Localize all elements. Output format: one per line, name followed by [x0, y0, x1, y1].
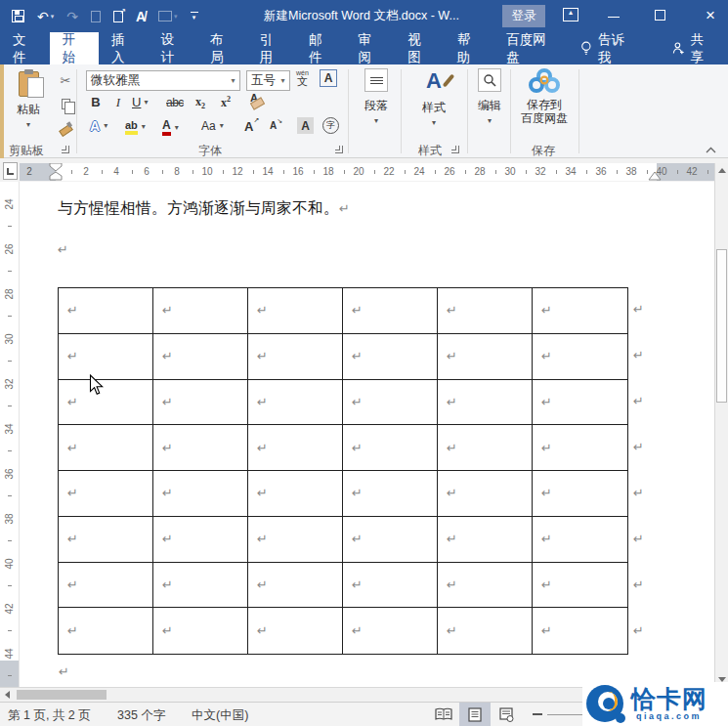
character-border-button[interactable]: A [320, 69, 337, 87]
web-layout-button[interactable] [491, 703, 522, 726]
horizontal-scroll-thumb[interactable] [17, 690, 107, 700]
table-cell[interactable]: ↵ [438, 608, 533, 654]
tab-mailings[interactable]: 邮件 [296, 32, 346, 64]
tab-baidu-netdisk[interactable]: 百度网盘 [493, 32, 567, 64]
vertical-scrollbar[interactable] [714, 163, 728, 687]
new-document-icon[interactable]: ↗ [113, 11, 123, 22]
cut-button[interactable]: ✂ [55, 70, 76, 90]
table-cell[interactable]: ↵ [343, 334, 438, 380]
close-button[interactable]: × [700, 5, 721, 26]
tab-selector[interactable] [3, 162, 18, 180]
paragraph-button[interactable]: 段落 ▾ [354, 68, 399, 125]
table-cell[interactable]: ↵ [59, 334, 153, 380]
table-cell[interactable]: ↵ [343, 517, 438, 563]
table-cell[interactable]: ↵ [343, 471, 438, 517]
document-area[interactable]: 与方惺惺相惜。方鸿渐逐渐与周家不和。↵ ↵ ↵↵↵↵↵↵↵↵↵↵↵↵↵↵↵↵↵↵… [21, 182, 714, 687]
strikethrough-button[interactable]: abc [166, 96, 184, 109]
customize-toolbar-icon[interactable]: ▾ [191, 12, 198, 21]
table-cell[interactable]: ↵ [153, 334, 248, 380]
tab-file[interactable]: 文件 [0, 32, 50, 64]
font-name-combobox[interactable]: 微软雅黑▾ [86, 70, 240, 91]
table-cell[interactable]: ↵ [533, 334, 627, 380]
table-cell[interactable]: ↵ [59, 608, 153, 654]
document-table[interactable]: ↵↵↵↵↵↵↵↵↵↵↵↵↵↵↵↵↵↵↵↵↵↵↵↵↵↵↵↵↵↵↵↵↵↵↵↵↵↵↵↵… [58, 287, 628, 655]
table-cell[interactable]: ↵ [248, 608, 343, 654]
read-mode-button[interactable] [428, 703, 459, 726]
editing-button[interactable]: 编辑 ▾ [471, 68, 508, 125]
table-cell[interactable]: ↵ [153, 471, 248, 517]
indent-markers[interactable] [49, 163, 63, 181]
page-info[interactable]: 第 1 页, 共 2 页 [8, 707, 91, 724]
clear-formatting-button[interactable]: A [250, 92, 258, 104]
tab-help[interactable]: 帮助 [445, 32, 494, 64]
table-cell[interactable]: ↵ [153, 608, 248, 654]
tab-layout[interactable]: 布局 [197, 32, 247, 64]
clipboard-dialog-launcher[interactable] [62, 146, 69, 153]
tab-insert[interactable]: 插入 [99, 32, 149, 64]
table-cell[interactable]: ↵ [533, 608, 627, 654]
font-size-combobox[interactable]: 五号▾ [246, 70, 290, 91]
font-color-button[interactable]: A▾ [162, 119, 179, 136]
tab-home[interactable]: 开始 [50, 32, 100, 64]
change-case-button[interactable]: Aa▾ [201, 119, 224, 133]
spelling-icon[interactable]: A̸ [136, 10, 146, 23]
shrink-font-button[interactable]: A [270, 120, 277, 131]
format-painter-button[interactable] [55, 117, 76, 137]
horizontal-ruler[interactable]: 2 24681012141618202224262830323436384042 [20, 163, 714, 181]
table-cell[interactable]: ↵ [59, 425, 153, 471]
styles-dialog-launcher[interactable] [451, 146, 459, 153]
grow-font-button[interactable]: A [244, 119, 253, 134]
phonetic-guide-button[interactable]: wén文 [296, 69, 309, 87]
maximize-button[interactable] [655, 10, 665, 21]
undo-icon[interactable]: ↶▾ [37, 10, 54, 23]
print-preview-icon[interactable] [91, 11, 101, 22]
table-cell[interactable]: ↵ [248, 563, 343, 609]
table-cell[interactable]: ↵ [248, 380, 343, 426]
collapse-ribbon-icon[interactable] [706, 143, 716, 156]
copy-button[interactable] [55, 94, 76, 113]
table-cell[interactable]: ↵ [343, 380, 438, 426]
redo-icon[interactable]: ↷ [66, 10, 78, 23]
table-cell[interactable]: ↵ [533, 517, 627, 563]
table-cell[interactable]: ↵ [248, 517, 343, 563]
table-cell[interactable]: ↵ [153, 425, 248, 471]
vertical-ruler[interactable]: 2426283032343638404244 [0, 182, 20, 687]
table-cell[interactable]: ↵ [438, 380, 533, 426]
tell-me-box[interactable]: 告诉我 [580, 32, 633, 64]
print-layout-button[interactable] [459, 703, 491, 726]
table-cell[interactable]: ↵ [343, 608, 438, 654]
table-cell[interactable]: ↵ [533, 380, 627, 426]
table-cell[interactable]: ↵ [533, 563, 627, 609]
font-dialog-launcher[interactable] [335, 146, 343, 153]
table-cell[interactable]: ↵ [438, 517, 533, 563]
superscript-button[interactable]: x2 [221, 95, 231, 110]
save-icon[interactable] [12, 10, 24, 22]
paste-button[interactable]: 粘贴 ▾ [8, 68, 49, 139]
table-cell[interactable]: ↵ [153, 517, 248, 563]
table-cell[interactable]: ↵ [343, 563, 438, 609]
table-cell[interactable]: ↵ [343, 425, 438, 471]
text-effects-button[interactable]: A▾ [90, 118, 107, 134]
subscript-button[interactable]: x2 [195, 95, 205, 110]
tab-view[interactable]: 视图 [395, 32, 445, 64]
save-to-baidu-button[interactable]: 保存到百度网盘 [514, 68, 575, 125]
table-cell[interactable]: ↵ [153, 563, 248, 609]
table-cell[interactable]: ↵ [343, 288, 438, 334]
table-cell[interactable]: ↵ [59, 380, 153, 426]
paragraph-text[interactable]: 与方惺惺相惜。方鸿渐逐渐与周家不和。↵ [58, 198, 350, 219]
tab-references[interactable]: 引用 [247, 32, 297, 64]
language-indicator[interactable]: 中文(中国) [192, 707, 248, 724]
table-cell[interactable]: ↵ [248, 425, 343, 471]
underline-button[interactable]: U▾ [132, 95, 148, 109]
word-count[interactable]: 335 个字 [117, 707, 165, 724]
enclose-characters-button[interactable]: 字 [322, 117, 339, 134]
character-shading-button[interactable]: A [297, 117, 314, 134]
table-cell[interactable]: ↵ [59, 471, 153, 517]
styles-button[interactable]: A 样式 ▾ [407, 68, 461, 127]
table-cell[interactable]: ↵ [153, 288, 248, 334]
table-cell[interactable]: ↵ [438, 288, 533, 334]
table-cell[interactable]: ↵ [248, 471, 343, 517]
table-cell[interactable]: ↵ [438, 471, 533, 517]
table-cell[interactable]: ↵ [153, 380, 248, 426]
table-cell[interactable]: ↵ [533, 288, 627, 334]
